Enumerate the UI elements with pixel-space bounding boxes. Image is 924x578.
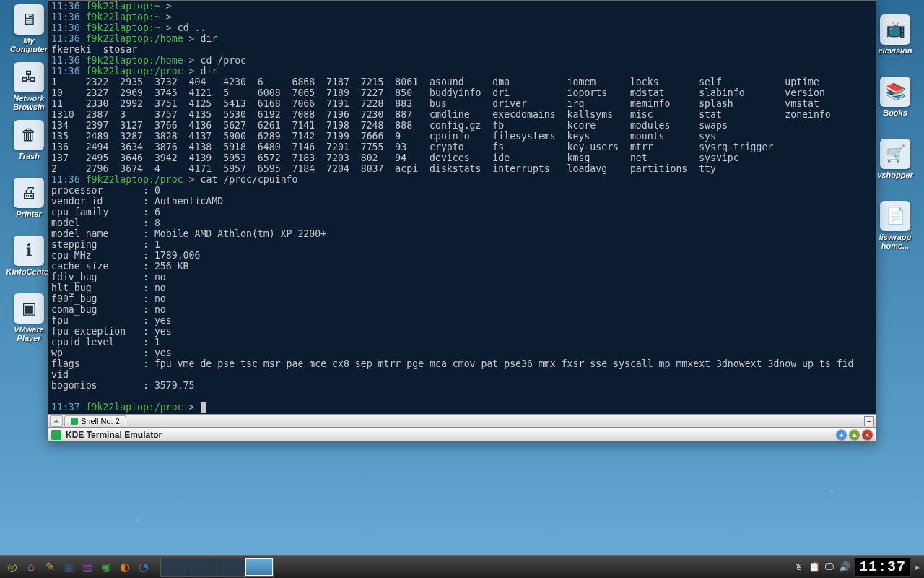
desktop-icon-vmware-player[interactable]: ▣VMware Player bbox=[6, 293, 52, 342]
launcher-terminal[interactable]: ▣ bbox=[59, 558, 78, 577]
desktop-icon-books[interactable]: 📚Books bbox=[872, 77, 918, 117]
clock-minutes: 37 bbox=[887, 558, 906, 575]
desktop-icon-label: Network Browsin bbox=[6, 94, 52, 111]
pager-desktop-3[interactable] bbox=[217, 558, 245, 576]
tray-klipper-icon[interactable]: 📋 bbox=[808, 561, 821, 574]
desktop-icon-label: KInfoCenter bbox=[6, 267, 52, 276]
desktop-icon-network-browsin[interactable]: 🖧Network Browsin bbox=[6, 62, 52, 111]
terminal-tabstrip: + Shell No. 2 – bbox=[48, 414, 876, 427]
desktop-icon-label: liswrapp home... bbox=[872, 233, 918, 250]
launcher-start-menu[interactable]: ◎ bbox=[3, 558, 22, 577]
terminal-window: 11:36 f9k22laptop:~ > 11:36 f9k22laptop:… bbox=[48, 0, 876, 442]
desktop-icon-glyph: 📄 bbox=[880, 201, 910, 231]
desktop-icon-glyph: 🛒 bbox=[880, 139, 910, 169]
tabstrip-collapse-button[interactable]: – bbox=[864, 416, 874, 426]
system-tray: 🖱📋🖵🔊 11:37 ▸ bbox=[793, 558, 921, 577]
desktop-icon-glyph: 🗑 bbox=[14, 120, 44, 150]
desktop-icon-glyph: ▣ bbox=[14, 293, 44, 324]
desktop-icon-label: My Computer bbox=[6, 36, 52, 53]
terminal-app-icon bbox=[51, 430, 61, 440]
launcher-office[interactable]: ▤ bbox=[78, 558, 97, 577]
desktop-icon-glyph: ℹ bbox=[14, 236, 44, 266]
terminal-content[interactable]: 11:36 f9k22laptop:~ > 11:36 f9k22laptop:… bbox=[51, 1, 873, 413]
desktop-icon-glyph: 📺 bbox=[880, 14, 910, 45]
pager-desktop-4[interactable] bbox=[245, 558, 273, 576]
window-close-button[interactable]: × bbox=[862, 429, 873, 440]
tray-display-icon[interactable]: 🖵 bbox=[823, 561, 836, 574]
desktop-icon-label: Trash bbox=[6, 152, 52, 160]
launcher-network[interactable]: ◉ bbox=[97, 558, 116, 577]
launcher-browser[interactable]: ◔ bbox=[134, 558, 153, 577]
desktop-icon-my-computer[interactable]: 🖥My Computer bbox=[6, 4, 52, 53]
desktop-icon-glyph: 📚 bbox=[880, 77, 910, 107]
window-title: KDE Terminal Emulator bbox=[66, 430, 162, 440]
panel-hide-button[interactable]: ▸ bbox=[914, 558, 921, 577]
taskbar-panel: ◎⌂✎▣▤◉◐◔ 🖱📋🖵🔊 11:37 ▸ bbox=[0, 555, 924, 578]
desktop-icon-label: vshopper bbox=[872, 171, 918, 179]
desktop-icon-glyph: 🖥 bbox=[14, 4, 44, 35]
tray-mouse-icon[interactable]: 🖱 bbox=[793, 561, 806, 574]
desktop-icon-label: VMware Player bbox=[6, 325, 52, 342]
window-stayontop-button[interactable]: + bbox=[836, 429, 847, 440]
clock-hours: 11 bbox=[859, 558, 878, 575]
window-titlebar[interactable]: KDE Terminal Emulator + ▴ × bbox=[48, 427, 876, 441]
tab-shell[interactable]: Shell No. 2 bbox=[64, 415, 126, 426]
launcher-system[interactable]: ✎ bbox=[40, 558, 59, 577]
window-maximize-button[interactable]: ▴ bbox=[849, 429, 860, 440]
desktop-icon-kinfocenter[interactable]: ℹKInfoCenter bbox=[6, 236, 52, 276]
panel-clock[interactable]: 11:37 bbox=[854, 558, 911, 577]
desktop-icon-trash[interactable]: 🗑Trash bbox=[6, 120, 52, 160]
desktop-icon-elevision[interactable]: 📺elevision bbox=[872, 14, 918, 55]
pager-desktop-1[interactable] bbox=[161, 558, 188, 576]
desktop-pager bbox=[160, 558, 274, 577]
terminal-icon bbox=[71, 418, 78, 425]
tab-label: Shell No. 2 bbox=[81, 417, 120, 426]
terminal-viewport[interactable]: 11:36 f9k22laptop:~ > 11:36 f9k22laptop:… bbox=[48, 1, 876, 414]
launcher-firefox[interactable]: ◐ bbox=[116, 558, 134, 577]
desktop-icon-liswrapp-home-[interactable]: 📄liswrapp home... bbox=[872, 201, 918, 250]
desktop-icon-printer[interactable]: 🖨Printer bbox=[6, 178, 52, 218]
terminal-cursor bbox=[201, 402, 206, 413]
tray-volume-icon[interactable]: 🔊 bbox=[838, 561, 851, 574]
desktop-icon-label: Printer bbox=[6, 210, 52, 218]
pager-desktop-2[interactable] bbox=[189, 558, 217, 576]
desktop-icon-vshopper[interactable]: 🛒vshopper bbox=[872, 139, 918, 179]
desktop-icon-label: Books bbox=[872, 108, 918, 117]
desktop-icon-glyph: 🖨 bbox=[14, 178, 44, 208]
new-tab-button[interactable]: + bbox=[50, 415, 63, 427]
desktop-icon-glyph: 🖧 bbox=[14, 62, 44, 92]
desktop-icon-label: elevision bbox=[872, 46, 918, 55]
launcher-home[interactable]: ⌂ bbox=[22, 558, 40, 577]
